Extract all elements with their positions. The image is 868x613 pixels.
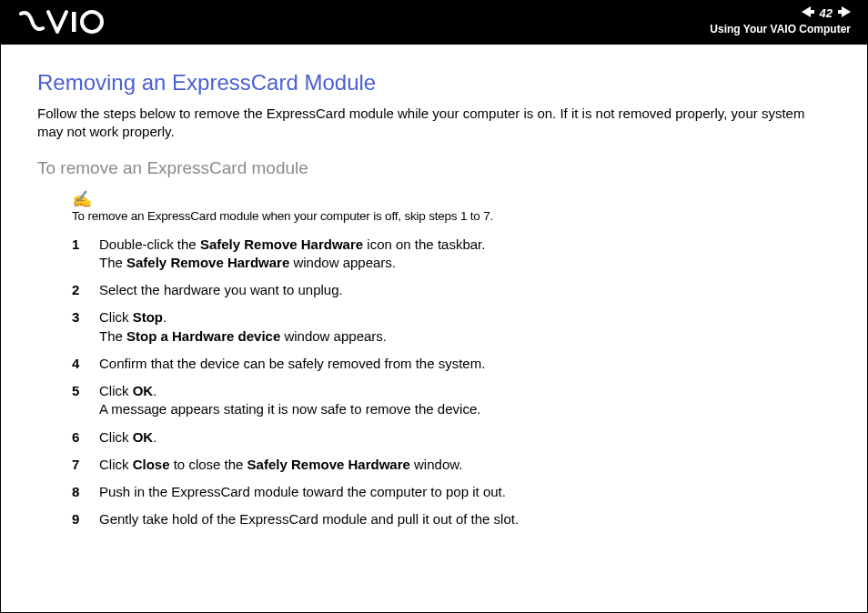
- prev-page-arrow-icon[interactable]: [802, 5, 814, 21]
- note-block: ✍ To remove an ExpressCard module when y…: [72, 191, 831, 223]
- note-text: To remove an ExpressCard module when you…: [72, 209, 831, 223]
- page-title: Removing an ExpressCard Module: [37, 70, 831, 95]
- steps-list: Double-click the Safely Remove Hardware …: [72, 236, 831, 529]
- header-bar: 42 Using Your VAIO Computer: [1, 1, 867, 45]
- step-item: Gently take hold of the ExpressCard modu…: [72, 510, 831, 528]
- step-item: Click Stop. The Stop a Hardware device w…: [72, 308, 831, 346]
- step-item: Push in the ExpressCard module toward th…: [72, 483, 831, 501]
- page-number: 42: [820, 6, 833, 20]
- step-item: Click OK. A message appears stating it i…: [72, 382, 831, 419]
- step-item: Confirm that the device can be safely re…: [72, 355, 831, 373]
- step-item: Select the hardware you want to unplug.: [72, 281, 831, 299]
- svg-marker-2: [802, 6, 814, 17]
- svg-marker-3: [838, 6, 851, 17]
- vaio-logo: [19, 8, 110, 35]
- step-item: Click OK.: [72, 428, 831, 447]
- page-content: Removing an ExpressCard Module Follow th…: [1, 45, 867, 557]
- subtitle: To remove an ExpressCard module: [37, 158, 831, 178]
- note-icon: ✍: [72, 191, 831, 207]
- section-title: Using Your VAIO Computer: [710, 23, 851, 35]
- next-page-arrow-icon[interactable]: [838, 5, 851, 21]
- header-nav: 42 Using Your VAIO Computer: [710, 5, 851, 35]
- svg-point-1: [82, 12, 102, 32]
- step-item: Double-click the Safely Remove Hardware …: [72, 236, 831, 273]
- svg-rect-0: [72, 12, 76, 32]
- intro-paragraph: Follow the steps below to remove the Exp…: [37, 105, 831, 142]
- step-item: Click Close to close the Safely Remove H…: [72, 456, 831, 474]
